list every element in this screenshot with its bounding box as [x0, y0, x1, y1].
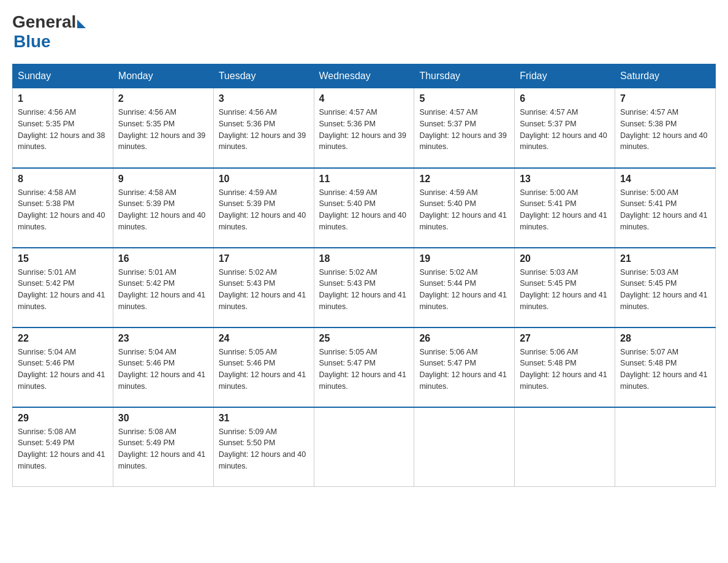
- weekday-header-monday: Monday: [113, 64, 213, 88]
- day-info: Sunrise: 5:05 AM Sunset: 5:47 PM Dayligh…: [319, 347, 409, 393]
- day-number: 4: [319, 93, 409, 104]
- day-number: 30: [118, 413, 208, 424]
- day-number: 29: [18, 413, 108, 424]
- day-number: 28: [620, 333, 710, 344]
- calendar-week-5: 29 Sunrise: 5:08 AM Sunset: 5:49 PM Dayl…: [13, 407, 716, 487]
- day-info: Sunrise: 5:08 AM Sunset: 5:49 PM Dayligh…: [18, 426, 108, 472]
- day-info: Sunrise: 5:06 AM Sunset: 5:47 PM Dayligh…: [419, 347, 509, 393]
- calendar-cell: 27 Sunrise: 5:06 AM Sunset: 5:48 PM Dayl…: [515, 327, 615, 407]
- calendar-cell: 6 Sunrise: 4:57 AM Sunset: 5:37 PM Dayli…: [515, 88, 615, 168]
- day-number: 10: [219, 174, 309, 185]
- weekday-header-saturday: Saturday: [615, 64, 716, 88]
- calendar-cell: 13 Sunrise: 5:00 AM Sunset: 5:41 PM Dayl…: [515, 168, 615, 248]
- weekday-header-row: SundayMondayTuesdayWednesdayThursdayFrid…: [13, 64, 716, 88]
- day-number: 7: [620, 93, 710, 104]
- day-number: 18: [319, 253, 409, 264]
- calendar-cell: 18 Sunrise: 5:02 AM Sunset: 5:43 PM Dayl…: [314, 248, 414, 327]
- calendar-week-2: 8 Sunrise: 4:58 AM Sunset: 5:38 PM Dayli…: [13, 168, 716, 248]
- calendar-cell: 10 Sunrise: 4:59 AM Sunset: 5:39 PM Dayl…: [213, 168, 314, 248]
- calendar-cell: 31 Sunrise: 5:09 AM Sunset: 5:50 PM Dayl…: [213, 407, 314, 487]
- day-number: 1: [18, 93, 108, 104]
- day-info: Sunrise: 4:56 AM Sunset: 5:36 PM Dayligh…: [219, 107, 309, 153]
- day-number: 31: [219, 413, 309, 424]
- calendar-cell: 3 Sunrise: 4:56 AM Sunset: 5:36 PM Dayli…: [213, 88, 314, 168]
- logo-arrow-icon: [77, 20, 86, 28]
- day-number: 8: [18, 174, 108, 185]
- weekday-header-friday: Friday: [515, 64, 615, 88]
- day-info: Sunrise: 5:03 AM Sunset: 5:45 PM Dayligh…: [620, 267, 710, 313]
- day-info: Sunrise: 4:57 AM Sunset: 5:37 PM Dayligh…: [419, 107, 509, 153]
- calendar-week-1: 1 Sunrise: 4:56 AM Sunset: 5:35 PM Dayli…: [13, 88, 716, 168]
- day-info: Sunrise: 5:03 AM Sunset: 5:45 PM Dayligh…: [520, 267, 610, 313]
- day-info: Sunrise: 4:56 AM Sunset: 5:35 PM Dayligh…: [118, 107, 208, 153]
- calendar-cell: 12 Sunrise: 4:59 AM Sunset: 5:40 PM Dayl…: [414, 168, 515, 248]
- calendar-cell: 4 Sunrise: 4:57 AM Sunset: 5:36 PM Dayli…: [314, 88, 414, 168]
- day-number: 15: [18, 253, 108, 264]
- day-info: Sunrise: 5:09 AM Sunset: 5:50 PM Dayligh…: [219, 426, 309, 472]
- day-number: 27: [520, 333, 610, 344]
- day-number: 25: [319, 333, 409, 344]
- day-info: Sunrise: 5:08 AM Sunset: 5:49 PM Dayligh…: [118, 426, 208, 472]
- day-number: 6: [520, 93, 610, 104]
- day-info: Sunrise: 4:57 AM Sunset: 5:38 PM Dayligh…: [620, 107, 710, 153]
- day-info: Sunrise: 5:07 AM Sunset: 5:48 PM Dayligh…: [620, 347, 710, 393]
- day-info: Sunrise: 5:04 AM Sunset: 5:46 PM Dayligh…: [118, 347, 208, 393]
- weekday-header-wednesday: Wednesday: [314, 64, 414, 88]
- day-number: 13: [520, 174, 610, 185]
- calendar-cell: 28 Sunrise: 5:07 AM Sunset: 5:48 PM Dayl…: [615, 327, 716, 407]
- day-number: 26: [419, 333, 509, 344]
- calendar-cell: 8 Sunrise: 4:58 AM Sunset: 5:38 PM Dayli…: [13, 168, 113, 248]
- day-info: Sunrise: 4:57 AM Sunset: 5:37 PM Dayligh…: [520, 107, 610, 153]
- calendar-week-4: 22 Sunrise: 5:04 AM Sunset: 5:46 PM Dayl…: [13, 327, 716, 407]
- calendar-cell: 25 Sunrise: 5:05 AM Sunset: 5:47 PM Dayl…: [314, 327, 414, 407]
- day-number: 12: [419, 174, 509, 185]
- day-info: Sunrise: 5:01 AM Sunset: 5:42 PM Dayligh…: [118, 267, 208, 313]
- weekday-header-tuesday: Tuesday: [213, 64, 314, 88]
- day-info: Sunrise: 4:57 AM Sunset: 5:36 PM Dayligh…: [319, 107, 409, 153]
- day-info: Sunrise: 5:02 AM Sunset: 5:43 PM Dayligh…: [319, 267, 409, 313]
- day-info: Sunrise: 5:02 AM Sunset: 5:44 PM Dayligh…: [419, 267, 509, 313]
- calendar-cell: 29 Sunrise: 5:08 AM Sunset: 5:49 PM Dayl…: [13, 407, 113, 487]
- day-number: 24: [219, 333, 309, 344]
- logo: General Blue: [12, 12, 86, 52]
- day-number: 3: [219, 93, 309, 104]
- day-number: 21: [620, 253, 710, 264]
- day-number: 19: [419, 253, 509, 264]
- day-info: Sunrise: 4:59 AM Sunset: 5:40 PM Dayligh…: [319, 187, 409, 233]
- day-info: Sunrise: 5:06 AM Sunset: 5:48 PM Dayligh…: [520, 347, 610, 393]
- calendar-table: SundayMondayTuesdayWednesdayThursdayFrid…: [12, 64, 716, 487]
- calendar-cell: 2 Sunrise: 4:56 AM Sunset: 5:35 PM Dayli…: [113, 88, 213, 168]
- calendar-cell: [414, 407, 515, 487]
- day-number: 16: [118, 253, 208, 264]
- day-info: Sunrise: 5:00 AM Sunset: 5:41 PM Dayligh…: [620, 187, 710, 233]
- logo-blue-text: Blue: [13, 32, 51, 52]
- day-info: Sunrise: 4:58 AM Sunset: 5:38 PM Dayligh…: [18, 187, 108, 233]
- weekday-header-thursday: Thursday: [414, 64, 515, 88]
- calendar-cell: 30 Sunrise: 5:08 AM Sunset: 5:49 PM Dayl…: [113, 407, 213, 487]
- day-number: 23: [118, 333, 208, 344]
- day-info: Sunrise: 4:59 AM Sunset: 5:39 PM Dayligh…: [219, 187, 309, 233]
- day-info: Sunrise: 5:02 AM Sunset: 5:43 PM Dayligh…: [219, 267, 309, 313]
- calendar-cell: 26 Sunrise: 5:06 AM Sunset: 5:47 PM Dayl…: [414, 327, 515, 407]
- day-number: 9: [118, 174, 208, 185]
- calendar-cell: 17 Sunrise: 5:02 AM Sunset: 5:43 PM Dayl…: [213, 248, 314, 327]
- calendar-cell: 1 Sunrise: 4:56 AM Sunset: 5:35 PM Dayli…: [13, 88, 113, 168]
- calendar-cell: 22 Sunrise: 5:04 AM Sunset: 5:46 PM Dayl…: [13, 327, 113, 407]
- day-info: Sunrise: 5:04 AM Sunset: 5:46 PM Dayligh…: [18, 347, 108, 393]
- page-header: General Blue: [12, 12, 716, 52]
- day-number: 17: [219, 253, 309, 264]
- day-number: 20: [520, 253, 610, 264]
- day-number: 11: [319, 174, 409, 185]
- calendar-cell: 5 Sunrise: 4:57 AM Sunset: 5:37 PM Dayli…: [414, 88, 515, 168]
- calendar-cell: [615, 407, 716, 487]
- day-info: Sunrise: 4:59 AM Sunset: 5:40 PM Dayligh…: [419, 187, 509, 233]
- day-number: 14: [620, 174, 710, 185]
- day-info: Sunrise: 4:58 AM Sunset: 5:39 PM Dayligh…: [118, 187, 208, 233]
- calendar-cell: 11 Sunrise: 4:59 AM Sunset: 5:40 PM Dayl…: [314, 168, 414, 248]
- calendar-cell: 16 Sunrise: 5:01 AM Sunset: 5:42 PM Dayl…: [113, 248, 213, 327]
- calendar-cell: 20 Sunrise: 5:03 AM Sunset: 5:45 PM Dayl…: [515, 248, 615, 327]
- logo-general-text: General: [12, 12, 76, 32]
- calendar-cell: 15 Sunrise: 5:01 AM Sunset: 5:42 PM Dayl…: [13, 248, 113, 327]
- weekday-header-sunday: Sunday: [13, 64, 113, 88]
- calendar-cell: 14 Sunrise: 5:00 AM Sunset: 5:41 PM Dayl…: [615, 168, 716, 248]
